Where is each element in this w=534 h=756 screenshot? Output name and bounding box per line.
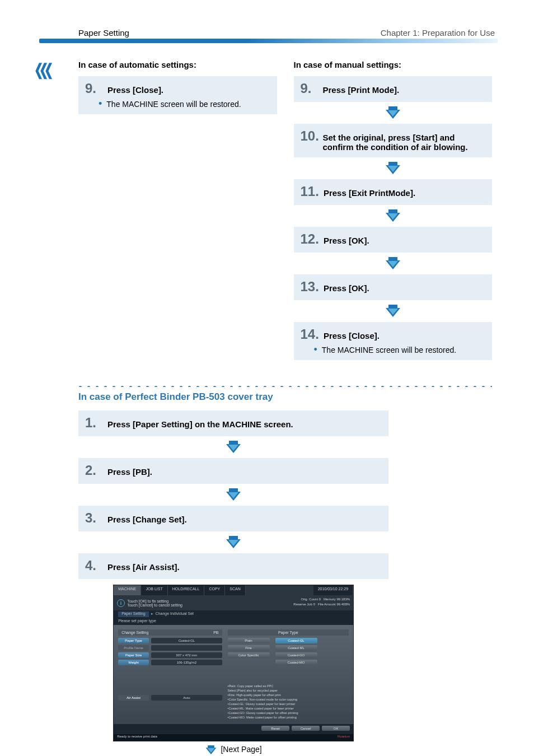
step-number: 9. bbox=[85, 81, 103, 96]
right-panel-head: Paper Type bbox=[228, 629, 349, 636]
reset-button[interactable]: Reset bbox=[261, 726, 289, 731]
step-text: Press [Paper Setting] on the MACHINE scr… bbox=[107, 417, 293, 429]
arrow-down-icon bbox=[78, 536, 388, 550]
arrow-down-icon bbox=[294, 209, 493, 223]
step-text: Press [Close]. bbox=[107, 83, 163, 95]
profile-name-label: Profile Name bbox=[118, 645, 149, 651]
orig-count-val: 0 bbox=[319, 598, 321, 601]
paper-type-desc: •Plain: Copy paper called as PPC Select … bbox=[228, 684, 349, 720]
manual-step-12: 12. Press [OK]. bbox=[294, 227, 493, 253]
step-number: 14. bbox=[301, 326, 319, 342]
step-text: Press [Air Assist]. bbox=[107, 560, 180, 572]
step-number: 4. bbox=[85, 558, 103, 573]
weight-label[interactable]: Weight bbox=[118, 660, 149, 665]
cancel-button[interactable]: Cancel bbox=[292, 726, 320, 731]
bullet-text: The MACHINE screen will be restored. bbox=[322, 346, 456, 354]
opt-fine[interactable]: Fine bbox=[228, 645, 270, 651]
info-line2: Touch [Cancel] to cancel setting bbox=[127, 603, 182, 607]
ok-button[interactable]: OK bbox=[322, 726, 350, 731]
dotted-divider: ••••••••••••••••••••••••••••••••••••••••… bbox=[78, 381, 492, 387]
air-assist-val: Auto bbox=[151, 695, 222, 701]
step-text: Press [PB]. bbox=[107, 465, 152, 477]
manual-step-11: 11. Press [Exit PrintMode]. bbox=[294, 179, 493, 205]
header-left: Paper Setting bbox=[78, 28, 129, 38]
arrow-down-icon bbox=[205, 745, 217, 754]
step-text: Press [Exit PrintMode]. bbox=[324, 186, 415, 198]
manual-step-13: 13. Press [OK]. bbox=[294, 274, 493, 300]
crumb-paper-setting[interactable]: Paper Setting bbox=[118, 612, 148, 617]
arrow-down-icon bbox=[294, 305, 493, 319]
step-number: 12. bbox=[301, 231, 319, 247]
arrow-down-icon bbox=[294, 162, 493, 176]
section-heading-pb503: In case of Perfect Binder PB-503 cover t… bbox=[78, 391, 492, 403]
paper-size-label[interactable]: Paper Size bbox=[118, 652, 149, 658]
step-text: Press [Close]. bbox=[324, 329, 380, 340]
back-arrows-icon[interactable]: ❮❮❮ bbox=[34, 60, 49, 79]
step-text: Set the original, press [Start] and conf… bbox=[323, 130, 486, 152]
status-right: Rotation bbox=[338, 735, 350, 740]
step-text: Press [OK]. bbox=[324, 281, 369, 293]
paper-type-val: Coated-GL bbox=[151, 638, 222, 643]
step-text: Press [Print Mode]. bbox=[323, 83, 400, 95]
subhead: Please set paper type bbox=[114, 618, 353, 625]
step-number: 3. bbox=[85, 510, 103, 526]
arrow-down-icon bbox=[78, 441, 388, 455]
pb-step-3: 3. Press [Change Set]. bbox=[78, 506, 388, 531]
arrow-down-icon bbox=[294, 257, 493, 271]
auto-step-9: 9. Press [Close]. • The MACHINE screen w… bbox=[78, 76, 277, 114]
left-panel-pb: PB bbox=[213, 631, 218, 634]
step-text: Press [Change Set]. bbox=[107, 512, 187, 524]
pb-step-2: 2. Press [PB]. bbox=[78, 458, 388, 484]
file-val: 99.408% bbox=[336, 603, 350, 606]
info-line1: Touch [OK] to fix setting bbox=[127, 599, 182, 603]
opt-coated-ml[interactable]: Coated-ML bbox=[275, 645, 317, 651]
opt-coated-go[interactable]: Coated-GO bbox=[275, 652, 317, 658]
tab-copy[interactable]: COPY bbox=[204, 585, 225, 595]
left-panel-head: Change Setting bbox=[121, 631, 148, 634]
step-number: 1. bbox=[85, 415, 103, 431]
step-text: Press [OK]. bbox=[324, 234, 369, 245]
manual-heading: In case of manual settings: bbox=[294, 60, 493, 69]
arrow-down-icon bbox=[294, 106, 493, 120]
pb-step-4: 4. Press [Air Assist]. bbox=[78, 553, 388, 579]
step-number: 9. bbox=[301, 81, 318, 96]
file-label: File Amount bbox=[318, 603, 336, 606]
weight-val: 106-135g/m2 bbox=[151, 660, 222, 665]
opt-coated-gl[interactable]: Coated-GL bbox=[275, 638, 317, 643]
device-screenshot: MACHINE JOB LIST HOLD/RECALL COPY SCAN 2… bbox=[113, 585, 354, 741]
memory-label: Memory bbox=[324, 598, 336, 601]
tab-holdrecall[interactable]: HOLD/RECALL bbox=[168, 585, 205, 595]
pb-step-1: 1. Press [Paper Setting] on the MACHINE … bbox=[78, 410, 388, 436]
step-number: 10. bbox=[301, 128, 318, 144]
opt-coated-mo[interactable]: Coated-MO bbox=[275, 660, 317, 665]
header-right: Chapter 1: Preparation for Use bbox=[381, 28, 495, 38]
bullet-icon: • bbox=[99, 100, 102, 109]
opt-color[interactable]: Color Specific bbox=[228, 652, 270, 658]
auto-heading: In case of automatic settings: bbox=[78, 60, 277, 69]
manual-step-10: 10. Set the original, press [Start] and … bbox=[294, 124, 493, 157]
opt-plain[interactable]: Plain bbox=[228, 638, 270, 643]
tab-joblist[interactable]: JOB LIST bbox=[141, 585, 167, 595]
tab-machine[interactable]: MACHINE bbox=[114, 585, 141, 595]
next-page-label: [Next Page] bbox=[221, 745, 261, 754]
memory-val: 99.183% bbox=[336, 598, 350, 601]
paper-type-label[interactable]: Paper Type bbox=[118, 638, 149, 643]
info-icon: i bbox=[117, 599, 125, 607]
step-number: 13. bbox=[301, 279, 319, 295]
air-assist-label[interactable]: Air Assist bbox=[118, 695, 149, 701]
bullet-text: The MACHINE screen will be restored. bbox=[106, 100, 241, 109]
paper-size-val: 307 x 472 mm bbox=[151, 652, 222, 658]
orig-count-label: Orig. Count bbox=[301, 598, 318, 601]
manual-step-14: 14. Press [Close]. • The MACHINE screen … bbox=[294, 322, 493, 360]
timestamp: 2010/03/10 22:29 bbox=[313, 585, 354, 595]
manual-step-9: 9. Press [Print Mode]. bbox=[294, 76, 493, 102]
status-left: Ready to receive print data bbox=[117, 735, 157, 740]
reserve-val: 0 bbox=[313, 603, 315, 606]
step-number: 11. bbox=[301, 184, 319, 199]
arrow-down-icon bbox=[78, 488, 388, 502]
step-number: 2. bbox=[85, 463, 103, 478]
crumb-change-set: Change Individual Set bbox=[156, 612, 194, 617]
tab-scan[interactable]: SCAN bbox=[225, 585, 245, 595]
profile-name-val bbox=[151, 645, 222, 651]
bullet-icon: • bbox=[314, 346, 317, 354]
